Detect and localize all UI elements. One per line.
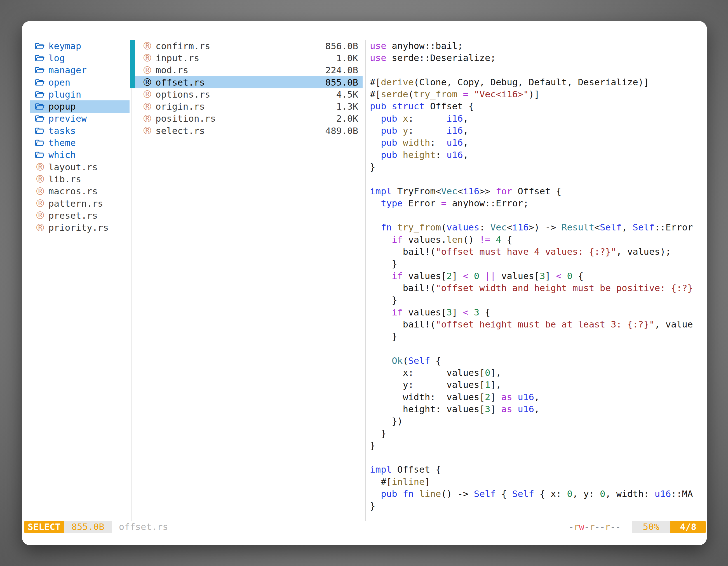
file-size: 489.0B [325,126,358,136]
folder-open-icon [35,114,47,123]
file-row-select-rs[interactable]: ®select.rs489.0B [135,125,363,137]
item-label: which [48,150,76,160]
rust-file-icon: ® [35,186,47,197]
sidebar-item-log[interactable]: log [30,52,130,64]
file-size: 1.0K [336,53,358,64]
rust-file-icon: ® [142,77,154,88]
item-label: priority.rs [48,222,109,233]
rust-file-icon: ® [35,210,47,221]
rust-file-icon: ® [142,65,154,76]
item-label: layout.rs [48,162,98,173]
folder-open-icon [35,42,47,50]
folder-open-icon [35,66,47,74]
item-label: theme [48,138,76,148]
rust-file-icon: ® [35,198,47,209]
item-label: keymap [48,41,81,51]
sidebar-item-open[interactable]: open [30,76,130,88]
sidebar-item-preview[interactable]: preview [30,113,130,125]
file-name: position.rs [156,113,216,124]
file-name: options.rs [156,89,210,100]
folder-open-icon [35,102,47,111]
file-size: 2.0K [336,113,358,124]
folder-open-icon [35,127,47,135]
rust-file-icon: ® [35,162,47,172]
code-preview: use anyhow::bail; use serde::Deserialize… [370,40,707,512]
mode-badge: SELECT [24,521,64,533]
file-name: mod.rs [156,65,188,76]
file-row-origin-rs[interactable]: ®origin.rs1.3K [135,100,363,112]
folder-open-icon [35,139,47,147]
rust-file-icon: ® [142,53,154,63]
item-label: pattern.rs [48,198,103,209]
file-size: 224.0B [325,65,358,76]
sidebar-item-lib-rs[interactable]: ®lib.rs [30,173,130,185]
file-preview-pane: use anyhow::bail; use serde::Deserialize… [370,40,707,521]
rust-file-icon: ® [35,174,47,184]
status-left: SELECT 855.0B offset.rs [24,521,168,533]
item-label: log [48,53,65,64]
rust-file-icon: ® [35,223,47,233]
sidebar-item-macros-rs[interactable]: ®macros.rs [30,186,130,198]
rust-file-icon: ® [142,89,154,100]
folder-open-icon [35,151,47,159]
folder-open-icon [35,78,47,87]
file-name: offset.rs [156,77,205,88]
desktop-background: keymap log manager open plugin popup pre… [0,0,728,566]
file-name: input.rs [156,53,199,64]
file-name: select.rs [156,126,205,136]
file-row-input-rs[interactable]: ®input.rs1.0K [135,52,363,64]
rust-file-icon: ® [142,114,154,124]
file-row-confirm-rs[interactable]: ®confirm.rs856.0B [135,40,363,52]
file-name: confirm.rs [156,41,210,51]
sidebar-item-pattern-rs[interactable]: ®pattern.rs [30,198,130,210]
yazi-window: keymap log manager open plugin popup pre… [22,21,707,545]
item-label: manager [48,65,87,76]
item-label: tasks [48,126,76,136]
item-label: open [48,77,70,88]
cursor-position-chip: 4/8 [670,521,706,533]
parent-directory-pane: keymap log manager open plugin popup pre… [30,40,130,234]
file-row-offset-rs[interactable]: ®offset.rs855.0B [135,76,363,88]
file-size: 4.5K [336,89,358,100]
status-right: -rw-r--r-- 50% 4/8 [569,521,706,533]
sidebar-item-theme[interactable]: theme [30,137,130,149]
folder-open-icon [35,90,47,99]
sidebar-item-priority-rs[interactable]: ®priority.rs [30,222,130,234]
file-name: origin.rs [156,101,205,112]
item-label: preview [48,113,87,124]
item-label: macros.rs [48,186,98,197]
file-row-position-rs[interactable]: ®position.rs2.0K [135,113,363,125]
item-label: preset.rs [48,210,98,221]
item-label: lib.rs [48,174,81,185]
file-size: 855.0B [325,77,358,88]
pane-divider-left [131,40,132,521]
current-file-name: offset.rs [119,521,168,533]
sidebar-item-which[interactable]: which [30,149,130,161]
rust-file-icon: ® [142,126,154,136]
sidebar-item-plugin[interactable]: plugin [30,88,130,100]
sidebar-item-preset-rs[interactable]: ®preset.rs [30,210,130,222]
file-list-scrollbar-thumb[interactable] [130,40,135,88]
status-bar: SELECT 855.0B offset.rs -rw-r--r-- 50% 4… [22,521,707,533]
file-size: 856.0B [325,41,358,51]
sidebar-item-manager[interactable]: manager [30,64,130,76]
scroll-percent-chip: 50% [632,521,671,533]
file-size-chip: 855.0B [64,521,111,533]
folder-open-icon [35,54,47,62]
pane-divider-right [365,40,366,521]
file-size: 1.3K [336,101,358,112]
file-row-mod-rs[interactable]: ®mod.rs224.0B [135,64,363,76]
sidebar-item-layout-rs[interactable]: ®layout.rs [30,161,130,173]
rust-file-icon: ® [142,102,154,112]
rust-file-icon: ® [142,41,154,51]
item-label: plugin [48,89,81,100]
sidebar-item-tasks[interactable]: tasks [30,125,130,137]
file-row-options-rs[interactable]: ®options.rs4.5K [135,88,363,100]
item-label: popup [48,101,76,112]
sidebar-item-keymap[interactable]: keymap [30,40,130,52]
permissions: -rw-r--r-- [569,521,621,533]
current-directory-pane: ®confirm.rs856.0B®input.rs1.0K®mod.rs224… [135,40,363,137]
sidebar-item-popup[interactable]: popup [30,100,130,112]
